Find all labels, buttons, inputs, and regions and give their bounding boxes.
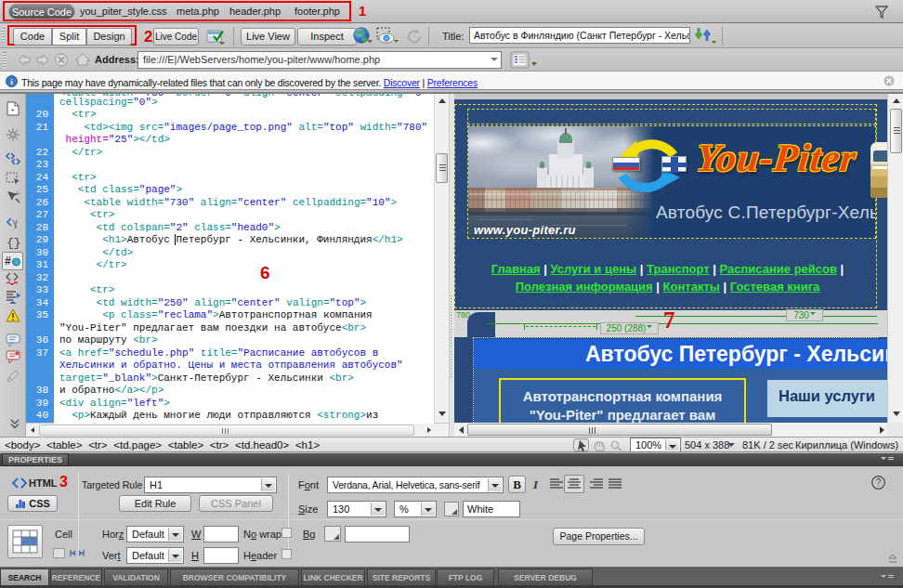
svg-text:{}: {} [7, 236, 20, 249]
svg-text:?: ? [876, 477, 882, 488]
svg-text:#: # [5, 255, 11, 268]
